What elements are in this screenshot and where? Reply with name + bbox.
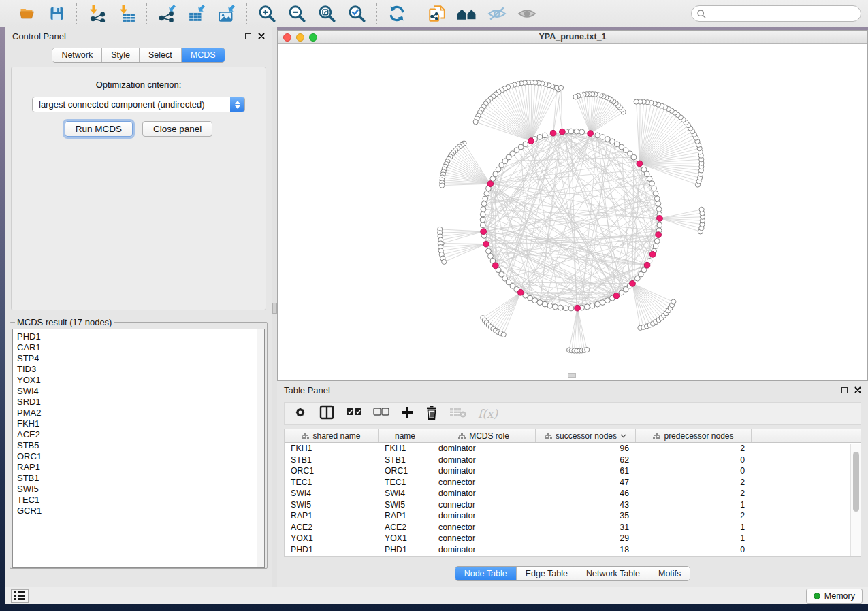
delete-table-button[interactable] (449, 405, 467, 423)
mcds-result-item[interactable]: PMA2 (17, 408, 264, 418)
table-cell[interactable]: STB1 (379, 455, 432, 466)
table-cell[interactable]: RAP1 (379, 510, 432, 522)
table-row[interactable]: ACE2ACE2connector311 (285, 522, 861, 533)
table-cell[interactable]: TEC1 (379, 477, 432, 489)
search-input[interactable] (691, 5, 861, 22)
export-table-button[interactable] (187, 3, 207, 24)
zoom-in-button[interactable] (257, 3, 277, 24)
mcds-result-item[interactable]: FKH1 (17, 418, 264, 429)
table-cell[interactable]: 0 (636, 544, 752, 556)
table-cell[interactable]: dominator (432, 544, 536, 556)
zoom-out-button[interactable] (287, 3, 307, 24)
task-history-button[interactable] (11, 589, 29, 603)
table-cell[interactable]: YOX1 (379, 533, 432, 544)
table-cell[interactable]: dominator (432, 488, 536, 499)
mcds-result-item[interactable]: PHD1 (17, 331, 264, 342)
refresh-button[interactable] (387, 3, 407, 24)
mcds-result-item[interactable]: TEC1 (17, 495, 264, 506)
table-cell[interactable]: 0 (636, 455, 752, 466)
mcds-result-item[interactable]: ACE2 (17, 429, 264, 440)
table-cell[interactable]: PHD1 (285, 544, 379, 556)
tab-node-table[interactable]: Node Table (455, 567, 517, 580)
close-window-icon[interactable] (283, 33, 291, 42)
open-file-button[interactable] (16, 3, 37, 24)
tab-mcds[interactable]: MCDS (182, 48, 225, 62)
mcds-result-item[interactable]: GCR1 (17, 506, 264, 516)
table-cell[interactable]: dominator (432, 455, 536, 466)
hide-selected-button[interactable] (487, 3, 507, 24)
table-cell[interactable]: ORC1 (285, 465, 379, 477)
table-cell[interactable]: 18 (536, 544, 636, 556)
table-cell[interactable]: FKH1 (379, 443, 432, 455)
gear-button[interactable] (293, 405, 308, 423)
column-header-shared-name[interactable]: shared name (285, 429, 379, 442)
table-cell[interactable]: ACE2 (285, 522, 379, 533)
table-cell[interactable]: 2 (636, 477, 752, 489)
column-header-predecessor-nodes[interactable]: predecessor nodes (636, 429, 752, 442)
horizontal-divider-handle[interactable] (568, 373, 576, 378)
show-all-button[interactable] (517, 3, 537, 24)
first-neighbors-button[interactable] (457, 3, 477, 24)
mcds-result-item[interactable]: SWI4 (17, 386, 264, 397)
table-scrollbar[interactable] (850, 444, 861, 556)
network-canvas[interactable] (278, 44, 867, 380)
table-cell[interactable]: dominator (432, 443, 536, 455)
table-cell[interactable]: connector (432, 533, 536, 544)
mcds-result-item[interactable]: STB1 (17, 473, 264, 484)
memory-button[interactable]: Memory (806, 589, 863, 604)
table-cell[interactable]: ORC1 (379, 465, 432, 477)
table-cell[interactable]: SWI5 (285, 499, 379, 511)
mcds-result-item[interactable]: STP4 (17, 353, 264, 364)
table-row[interactable]: PHD1PHD1dominator180 (285, 544, 861, 556)
tab-edge-table[interactable]: Edge Table (517, 567, 577, 580)
table-scrollbar-thumb[interactable] (853, 452, 859, 512)
table-cell[interactable]: connector (432, 499, 536, 511)
table-row[interactable]: FKH1FKH1dominator962 (285, 443, 861, 455)
maximize-window-icon[interactable] (309, 33, 317, 42)
close-table-panel-icon[interactable] (854, 386, 861, 393)
table-cell[interactable]: 61 (536, 465, 636, 477)
select-all-button[interactable] (346, 405, 362, 423)
duplicate-network-button[interactable] (427, 3, 447, 24)
table-row[interactable]: TEC1TEC1connector472 (285, 477, 861, 489)
table-cell[interactable]: PHD1 (379, 544, 432, 556)
close-panel-button[interactable]: Close panel (142, 121, 212, 137)
table-cell[interactable]: FKH1 (285, 443, 379, 455)
criterion-dropdown[interactable]: largest connected component (undirected) (32, 97, 245, 112)
mcds-result-item[interactable]: SRD1 (17, 397, 264, 408)
table-cell[interactable]: 35 (536, 510, 636, 522)
table-cell[interactable]: TEC1 (285, 477, 379, 489)
column-header-name[interactable]: name (379, 429, 432, 442)
tab-network[interactable]: Network (52, 48, 102, 62)
table-cell[interactable]: 2 (636, 510, 752, 522)
table-row[interactable]: YOX1YOX1connector291 (285, 533, 861, 544)
mcds-result-item[interactable]: TID3 (17, 364, 264, 375)
table-cell[interactable]: 46 (536, 488, 636, 499)
table-cell[interactable]: 1 (636, 499, 752, 511)
function-button[interactable]: f(x) (478, 405, 498, 423)
import-network-button[interactable] (86, 3, 107, 24)
mcds-result-list[interactable]: PHD1CAR1STP4TID3YOX1SWI4SRD1PMA2FKH1ACE2… (12, 329, 265, 568)
zoom-selected-button[interactable] (347, 3, 367, 24)
table-cell[interactable]: dominator (432, 510, 536, 522)
table-cell[interactable]: RAP1 (285, 510, 379, 522)
table-cell[interactable]: 2 (636, 488, 752, 499)
export-image-button[interactable] (216, 3, 237, 24)
close-panel-icon[interactable] (258, 33, 265, 39)
deselect-all-button[interactable] (373, 405, 389, 423)
table-cell[interactable]: 1 (636, 522, 752, 533)
import-table-button[interactable] (116, 3, 137, 24)
mcds-result-item[interactable]: STB5 (17, 440, 264, 451)
add-button[interactable] (400, 405, 414, 423)
table-row[interactable]: STB1STB1dominator620 (285, 455, 861, 466)
save-session-button[interactable] (46, 3, 67, 24)
table-cell[interactable]: connector (432, 522, 536, 533)
mcds-result-item[interactable]: RAP1 (17, 462, 264, 473)
tab-network-table[interactable]: Network Table (577, 567, 649, 580)
table-cell[interactable]: dominator (432, 465, 536, 477)
float-panel-icon[interactable] (245, 33, 251, 39)
table-cell[interactable]: connector (432, 477, 536, 489)
mcds-result-item[interactable]: ORC1 (17, 451, 264, 462)
tab-motifs[interactable]: Motifs (649, 567, 690, 580)
column-header-successor-nodes[interactable]: successor nodes (536, 429, 636, 442)
